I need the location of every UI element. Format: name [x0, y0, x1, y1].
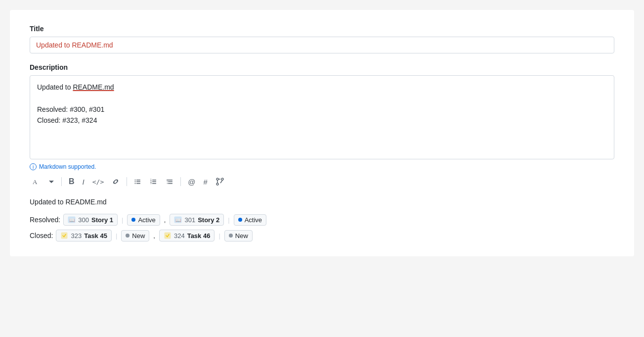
markdown-note-row: i Markdown supported.	[30, 163, 614, 170]
desc-prefix: Updated to	[37, 83, 73, 91]
wi-chip-323[interactable]: 323 Task 45	[56, 230, 111, 241]
wi-num-323: 323	[71, 232, 82, 240]
description-content: Updated to README.md Resolved: #300, #30…	[37, 82, 607, 126]
status-dot-301	[238, 218, 242, 222]
comma-1: ,	[164, 216, 166, 224]
toolbar-separator-2	[127, 177, 127, 186]
task-icon-323	[60, 232, 68, 240]
svg-point-5	[135, 181, 136, 182]
title-input[interactable]	[30, 37, 614, 53]
ordered-list-button[interactable]: 123	[147, 176, 161, 188]
work-items-section: Resolved: 📖 300 Story 1 | Active , 📖	[30, 214, 614, 241]
description-section: Description Updated to README.md Resolve…	[30, 63, 614, 159]
info-icon: i	[30, 163, 37, 170]
svg-point-19	[216, 183, 218, 185]
svg-point-16	[167, 181, 168, 182]
story-icon-301: 📖	[174, 216, 182, 224]
pr-button[interactable]	[213, 175, 227, 188]
desc-resolved: Resolved: #300, #301	[37, 105, 104, 113]
mention-button[interactable]: @	[185, 176, 198, 188]
status-chip-300[interactable]: Active	[127, 214, 160, 226]
format-button[interactable]: A	[30, 176, 43, 188]
link-button[interactable]	[109, 176, 123, 188]
svg-point-6	[135, 183, 136, 184]
mention-icon: @	[188, 178, 195, 186]
task-icon-324	[164, 232, 172, 240]
hash-icon: #	[203, 178, 207, 186]
italic-button[interactable]: I	[80, 176, 87, 188]
desc-closed: Closed: #323, #324	[37, 116, 97, 124]
svg-rect-26	[165, 233, 171, 239]
sep-status-323: |	[116, 232, 117, 240]
code-button[interactable]: </>	[89, 177, 107, 187]
status-chip-301[interactable]: Active	[234, 214, 266, 226]
status-dot-324	[229, 234, 233, 238]
resolved-row: Resolved: 📖 300 Story 1 | Active , 📖	[30, 214, 614, 226]
status-label-324: New	[235, 232, 248, 240]
svg-rect-3	[136, 183, 140, 184]
code-icon: </>	[92, 179, 104, 185]
status-chip-323[interactable]: New	[121, 230, 149, 241]
svg-rect-14	[168, 182, 172, 183]
svg-text:📖: 📖	[69, 217, 75, 223]
wi-num-301: 301	[184, 216, 195, 224]
format-chevron-button[interactable]	[45, 177, 57, 187]
svg-rect-25	[61, 233, 67, 239]
wi-name-324: Task 46	[187, 232, 211, 240]
resolved-label: Resolved:	[30, 216, 60, 224]
status-label-300: Active	[138, 216, 155, 224]
unordered-list-button[interactable]	[131, 176, 145, 188]
toolbar-separator-3	[180, 177, 181, 186]
preview-text: Updated to README.md	[30, 198, 614, 206]
indent-list-button[interactable]	[163, 176, 176, 188]
status-label-301: Active	[245, 216, 262, 224]
wi-num-300: 300	[78, 216, 89, 224]
bold-icon: B	[69, 178, 75, 186]
sep-status-324: |	[218, 232, 220, 240]
markdown-note-text: Markdown supported.	[39, 163, 96, 170]
svg-rect-15	[168, 183, 172, 184]
wi-name-323: Task 45	[84, 232, 107, 240]
closed-row: Closed: 323 Task 45 | New , 324	[30, 230, 614, 241]
wi-chip-300[interactable]: 📖 300 Story 1	[63, 214, 118, 226]
status-dot-323	[126, 234, 129, 238]
sep-status-301: |	[228, 216, 229, 224]
svg-text:3: 3	[150, 182, 152, 185]
svg-rect-13	[167, 180, 172, 181]
svg-rect-9	[152, 183, 156, 184]
closed-label: Closed:	[30, 232, 53, 240]
wi-name-300: Story 1	[91, 216, 113, 224]
svg-text:A: A	[33, 178, 38, 186]
title-label: Title	[30, 25, 614, 33]
svg-point-20	[221, 178, 223, 180]
wi-name-301: Story 2	[198, 216, 219, 224]
status-chip-324[interactable]: New	[224, 230, 253, 241]
svg-rect-7	[152, 180, 156, 181]
svg-text:📖: 📖	[175, 217, 181, 223]
toolbar-separator-1	[61, 177, 62, 186]
svg-point-4	[135, 180, 136, 181]
sep-status-300: |	[122, 216, 123, 224]
description-textarea[interactable]: Updated to README.md Resolved: #300, #30…	[30, 75, 614, 159]
wi-chip-301[interactable]: 📖 301 Story 2	[170, 214, 224, 226]
status-dot-300	[131, 218, 135, 222]
story-icon-300: 📖	[68, 216, 76, 224]
wi-num-324: 324	[174, 232, 185, 240]
main-container: Title Description Updated to README.md R…	[10, 10, 634, 256]
status-label-323: New	[132, 232, 145, 240]
svg-point-18	[216, 178, 218, 180]
readme-link[interactable]: README.md	[73, 83, 114, 91]
description-label: Description	[30, 63, 614, 71]
wi-chip-324[interactable]: 324 Task 46	[159, 230, 215, 241]
italic-icon: I	[83, 178, 85, 186]
hash-button[interactable]: #	[200, 176, 210, 188]
svg-rect-8	[152, 182, 156, 183]
svg-rect-1	[136, 180, 140, 181]
comma-2: ,	[153, 232, 155, 240]
description-toolbar: A B I </> 123 @ #	[30, 175, 614, 188]
svg-rect-2	[136, 182, 140, 183]
svg-point-17	[167, 183, 168, 184]
bold-button[interactable]: B	[66, 176, 78, 188]
